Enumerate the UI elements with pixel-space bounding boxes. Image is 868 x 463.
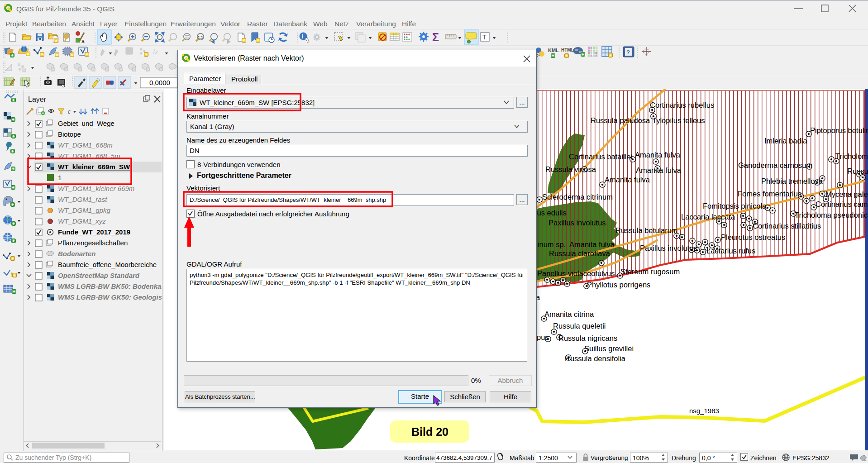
svg-text:Russula paludosa: Russula paludosa (591, 116, 650, 124)
svg-text:Cortinarius rubellus: Cortinarius rubellus (650, 101, 714, 109)
svg-text:Mycena galericulata: Mycena galericulata (825, 190, 868, 198)
svg-text:WMS LGRB-BW GK50: Geologisc: WMS LGRB-BW GK50: Geologisc (58, 293, 162, 301)
svg-text:ε: ε (68, 108, 71, 115)
svg-text:Russula: Russula (847, 167, 868, 175)
svg-text:Cortinarius bataillei: Cortinarius bataillei (569, 153, 632, 161)
svg-text:Cortinarius stillatitius: Cortinarius stillatitius (753, 222, 821, 230)
svg-text:WMS LGRB-BW BK50: Bodenkart: WMS LGRB-BW BK50: Bodenkart (58, 282, 162, 290)
svg-text:Fomitopsis pinicola: Fomitopsis pinicola (703, 202, 767, 210)
svg-text:pus: pus (537, 333, 549, 341)
svg-text:Russula betularum: Russula betularum (615, 226, 678, 234)
svg-text:Russula densifolia: Russula densifolia (565, 354, 626, 363)
svg-text:nsg_1983: nsg_1983 (689, 407, 719, 415)
svg-text:Paxillus involutus: Paxillus involutus (548, 219, 606, 227)
svg-text:Tricholomopsis: Tricholomopsis (835, 152, 868, 160)
svg-text:1:1: 1:1 (198, 35, 203, 39)
svg-text:Panellus violaceofulvus: Panellus violaceofulvus (537, 269, 615, 277)
svg-text:Tricholoma pseudonictitans: Tricholoma pseudonictitans (795, 211, 868, 219)
svg-text:0,0000: 0,0000 (149, 79, 170, 86)
svg-text:Russula nigricans: Russula nigricans (558, 334, 617, 342)
svg-text:Funde_WT_2017_2019: Funde_WT_2017_2019 (58, 228, 130, 236)
svg-text:Russula claroflava: Russula claroflava (549, 249, 610, 258)
svg-text:T: T (482, 33, 486, 41)
svg-text:Piptoporus betulinus: Piptoporus betulinus (810, 126, 868, 134)
svg-text:Cortinarius camphoratus: Cortinarius camphoratus (816, 200, 868, 208)
svg-text:Bild 20: Bild 20 (411, 425, 448, 438)
svg-text:WT_kleiner_669m_SW: WT_kleiner_669m_SW (58, 163, 130, 171)
svg-text:Russula vinosa: Russula vinosa (545, 165, 596, 173)
svg-text:WT_DGM1_rast: WT_DGM1_rast (58, 196, 107, 203)
svg-text:1: 1 (58, 174, 62, 181)
svg-text:HTML: HTML (561, 48, 574, 53)
svg-text:WT_DGM1_668_5m: WT_DGM1_668_5m (58, 152, 120, 160)
svg-text:Laccaria laccata: Laccaria laccata (681, 213, 735, 221)
svg-text:Ganoderma carnosum: Ganoderma carnosum (738, 161, 812, 169)
svg-text:Gebiet_und_Wege: Gebiet_und_Wege (58, 119, 114, 127)
svg-text:WT_DGM1_kleiner 669m: WT_DGM1_kleiner 669m (58, 185, 134, 192)
svg-text:Amanita citrina: Amanita citrina (544, 310, 594, 318)
svg-text:Fomes fomentarius: Fomes fomentarius (738, 190, 801, 198)
svg-text:Scleroderma citrinum: Scleroderma citrinum (542, 193, 613, 201)
svg-text:Amanita fulva: Amanita fulva (605, 176, 650, 184)
svg-text:Tylopilus felleus: Tylopilus felleus (652, 116, 705, 124)
svg-text:Pleurotus ostreatus: Pleurotus ostreatus (721, 233, 785, 241)
svg-text:WT_DGM1_668m: WT_DGM1_668m (58, 141, 113, 149)
svg-text:KML: KML (548, 48, 559, 53)
svg-text:Amanita fulva: Amanita fulva (635, 151, 681, 159)
svg-text:Baumfreie_offene_Moorbereiche: Baumfreie_offene_Moorbereiche (58, 261, 157, 268)
svg-text:WT_DGM1_gpkg: WT_DGM1_gpkg (58, 206, 111, 214)
svg-text:Imleria badia: Imleria badia (764, 137, 807, 145)
svg-text:Paxillus involutus: Paxillus involutus (640, 244, 697, 252)
svg-text:>: > (537, 53, 539, 58)
svg-text:Biotope: Biotope (58, 130, 81, 138)
svg-text:Pflanzengesellschaften: Pflanzengesellschaften (58, 239, 128, 247)
svg-text:Russula queletii: Russula queletii (553, 322, 606, 330)
svg-text:Amanita fulva: Amanita fulva (569, 240, 615, 248)
svg-text:Suillus grevillei: Suillus grevillei (584, 344, 634, 353)
svg-text:WT_DGM1_xyz: WT_DGM1_xyz (58, 217, 106, 225)
svg-text:a: a (81, 38, 85, 44)
svg-text:fx: fx (153, 48, 158, 56)
svg-text:Phyllotus porrigens: Phyllotus porrigens (587, 281, 650, 289)
svg-text:?: ? (626, 49, 630, 56)
svg-text:Phlebia tremellosa: Phlebia tremellosa (761, 177, 823, 185)
svg-text:i: i (302, 33, 303, 40)
svg-text:Bodenarten: Bodenarten (58, 250, 95, 258)
svg-text:OpenStreetMap Standard: OpenStreetMap Standard (58, 272, 140, 279)
svg-text:Amanita fulva: Amanita fulva (636, 166, 682, 174)
svg-text:Σ: Σ (432, 31, 439, 43)
svg-text:Stereum rugosum: Stereum rugosum (620, 267, 680, 276)
svg-text:Lactarius rufus: Lactarius rufus (706, 247, 755, 255)
